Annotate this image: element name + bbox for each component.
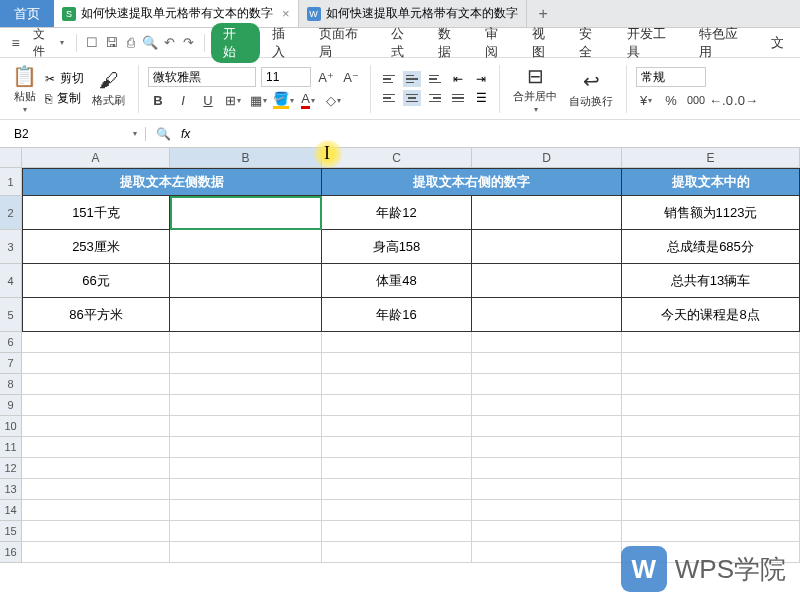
col-header-B[interactable]: B [170, 148, 322, 168]
row-header-2[interactable]: 2 [0, 196, 22, 230]
cell-D13[interactable] [472, 479, 622, 500]
cell-D3[interactable] [472, 230, 622, 264]
cell-C13[interactable] [322, 479, 472, 500]
row-header-10[interactable]: 10 [0, 416, 22, 437]
menu-security[interactable]: 安全 [569, 25, 614, 61]
menu-devtools[interactable]: 开发工具 [617, 25, 687, 61]
col-header-E[interactable]: E [622, 148, 800, 168]
fill-color-button[interactable]: 🪣▾ [273, 90, 293, 110]
currency-button[interactable]: ¥▾ [636, 90, 656, 110]
cell-A12[interactable] [22, 458, 170, 479]
increase-font-icon[interactable]: A⁺ [316, 67, 336, 87]
new-icon[interactable]: ☐ [83, 35, 100, 50]
undo-icon[interactable]: ↶ [161, 35, 178, 50]
cell-B7[interactable] [170, 353, 322, 374]
save-icon[interactable]: 🖫 [103, 35, 120, 50]
cell-D15[interactable] [472, 521, 622, 542]
app-menu-icon[interactable]: ≡ [6, 33, 25, 53]
menu-special[interactable]: 特色应用 [689, 25, 759, 61]
paste-button[interactable]: 📋 粘贴▾ [8, 62, 41, 116]
justify-button[interactable] [449, 90, 467, 106]
align-top-button[interactable] [380, 71, 398, 87]
cell-E13[interactable] [622, 479, 800, 500]
cell-B6[interactable] [170, 332, 322, 353]
cell-D2[interactable] [472, 196, 622, 230]
row-header-6[interactable]: 6 [0, 332, 22, 353]
menu-doc[interactable]: 文 [761, 34, 794, 52]
menu-insert[interactable]: 插入 [262, 25, 307, 61]
font-size-select[interactable] [261, 67, 311, 87]
cell-D14[interactable] [472, 500, 622, 521]
decrease-font-icon[interactable]: A⁻ [341, 67, 361, 87]
cell-B5[interactable] [170, 298, 322, 332]
cell-C4[interactable]: 体重48 [322, 264, 472, 298]
row-header-3[interactable]: 3 [0, 230, 22, 264]
cell-B13[interactable] [170, 479, 322, 500]
increase-indent-button[interactable]: ⇥ [472, 71, 490, 87]
file-menu[interactable]: 文件▾ [27, 26, 70, 60]
font-color-button[interactable]: A▾ [298, 90, 318, 110]
cell-A10[interactable] [22, 416, 170, 437]
cell-E9[interactable] [622, 395, 800, 416]
format-painter-button[interactable]: 🖌 格式刷 [88, 67, 129, 110]
underline-button[interactable]: U [198, 90, 218, 110]
cell-D16[interactable] [472, 542, 622, 563]
cell-E8[interactable] [622, 374, 800, 395]
cell-D8[interactable] [472, 374, 622, 395]
cell-C14[interactable] [322, 500, 472, 521]
cell-C11[interactable] [322, 437, 472, 458]
cell-A6[interactable] [22, 332, 170, 353]
cell-A11[interactable] [22, 437, 170, 458]
row-header-15[interactable]: 15 [0, 521, 22, 542]
cell-A8[interactable] [22, 374, 170, 395]
row-header-7[interactable]: 7 [0, 353, 22, 374]
row-header-14[interactable]: 14 [0, 500, 22, 521]
cell-B16[interactable] [170, 542, 322, 563]
cell-E14[interactable] [622, 500, 800, 521]
cell-D12[interactable] [472, 458, 622, 479]
cell-E12[interactable] [622, 458, 800, 479]
row-header-11[interactable]: 11 [0, 437, 22, 458]
spreadsheet-grid[interactable]: ABCDE 12345678910111213141516 提取文本左侧数据提取… [0, 148, 800, 563]
menu-view[interactable]: 视图 [522, 25, 567, 61]
merge-center-button[interactable]: ⊟ 合并居中▾ [509, 62, 561, 116]
cell-B3[interactable] [170, 230, 322, 264]
cell-C3[interactable]: 身高158 [322, 230, 472, 264]
menu-data[interactable]: 数据 [428, 25, 473, 61]
fx-label[interactable]: fx [181, 127, 190, 141]
menu-pagelayout[interactable]: 页面布局 [309, 25, 379, 61]
fill-pattern-button[interactable]: ▦▾ [248, 90, 268, 110]
add-tab-button[interactable]: + [527, 5, 560, 23]
cell-E6[interactable] [622, 332, 800, 353]
row-header-5[interactable]: 5 [0, 298, 22, 332]
close-icon[interactable]: × [282, 6, 290, 21]
number-format-select[interactable] [636, 67, 706, 87]
col-header-D[interactable]: D [472, 148, 622, 168]
cell-A4[interactable]: 66元 [22, 264, 170, 298]
cell-A15[interactable] [22, 521, 170, 542]
header-cell[interactable]: 提取文本右侧的数字 [322, 168, 622, 196]
cell-C8[interactable] [322, 374, 472, 395]
row-header-9[interactable]: 9 [0, 395, 22, 416]
align-right-button[interactable] [426, 90, 444, 106]
cell-A9[interactable] [22, 395, 170, 416]
formula-input[interactable] [200, 124, 790, 143]
border-button[interactable]: ⊞▾ [223, 90, 243, 110]
cell-E15[interactable] [622, 521, 800, 542]
bold-button[interactable]: B [148, 90, 168, 110]
cell-B9[interactable] [170, 395, 322, 416]
cell-B15[interactable] [170, 521, 322, 542]
col-header-C[interactable]: C [322, 148, 472, 168]
row-header-16[interactable]: 16 [0, 542, 22, 563]
cell-A14[interactable] [22, 500, 170, 521]
name-box[interactable]: B2 ▾ [6, 127, 146, 141]
comma-button[interactable]: 000 [686, 90, 706, 110]
row-header-13[interactable]: 13 [0, 479, 22, 500]
row-header-4[interactable]: 4 [0, 264, 22, 298]
cell-E10[interactable] [622, 416, 800, 437]
file-tab-doc[interactable]: W 如何快速提取单元格带有文本的数字 [299, 0, 527, 27]
distribute-button[interactable]: ☰ [472, 90, 490, 106]
cut-button[interactable]: ✂ 剪切 [45, 70, 84, 87]
cell-E4[interactable]: 总共有13辆车 [622, 264, 800, 298]
print-icon[interactable]: ⎙ [122, 35, 139, 50]
